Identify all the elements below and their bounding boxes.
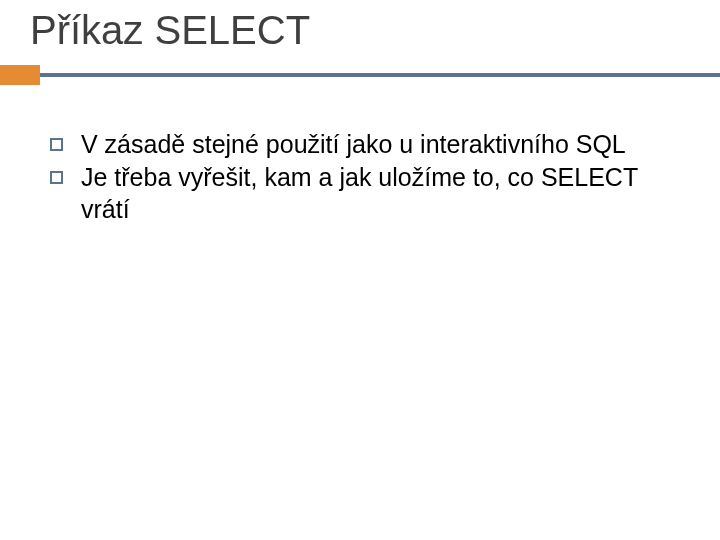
divider-line xyxy=(40,73,720,77)
title-rule xyxy=(0,65,720,85)
square-bullet-icon xyxy=(50,138,63,151)
bullet-text: Je třeba vyřešit, kam a jak uložíme to, … xyxy=(81,162,680,225)
content-area: V zásadě stejné použití jako u interakti… xyxy=(0,129,720,225)
square-bullet-icon xyxy=(50,171,63,184)
bullet-list: V zásadě stejné použití jako u interakti… xyxy=(50,129,680,225)
slide: Příkaz SELECT V zásadě stejné použití ja… xyxy=(0,0,720,540)
slide-title: Příkaz SELECT xyxy=(0,8,720,65)
list-item: V zásadě stejné použití jako u interakti… xyxy=(50,129,680,160)
bullet-text: V zásadě stejné použití jako u interakti… xyxy=(81,129,626,160)
list-item: Je třeba vyřešit, kam a jak uložíme to, … xyxy=(50,162,680,225)
accent-box xyxy=(0,65,40,85)
